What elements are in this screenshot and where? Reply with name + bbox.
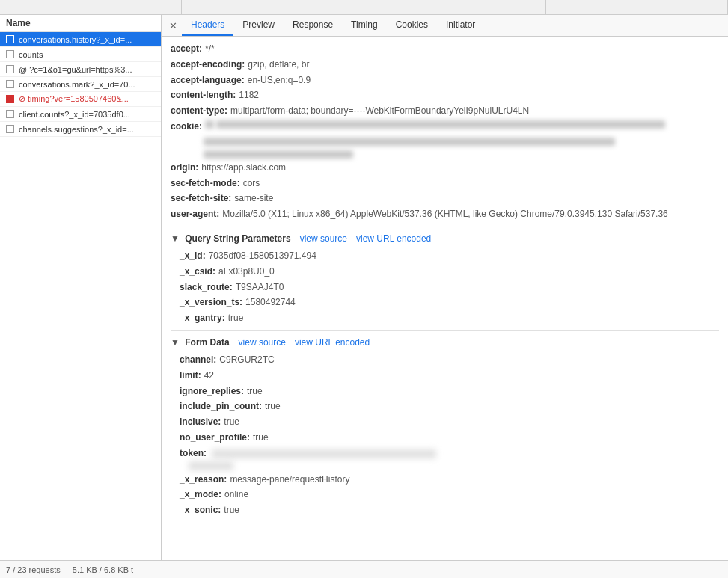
section-divider-2	[171, 330, 719, 331]
item-checkbox-3	[6, 65, 14, 73]
name-column-label: Name	[6, 18, 31, 28]
param-x-id: _x_id: 7035df08-1580513971.494	[171, 250, 719, 262]
form-inclusive-key: inclusive:	[180, 416, 221, 428]
form-no-user-profile-key: no_user_profile:	[180, 431, 250, 444]
item-name-7: channels.suggestions?_x_id=...	[19, 125, 134, 134]
network-item-2[interactable]: counts	[0, 47, 161, 62]
form-view-url-encoded-link[interactable]: view URL encoded	[295, 337, 370, 348]
form-data-title: ▼ Form Data	[171, 337, 230, 348]
cookie-value-blurred	[216, 120, 665, 129]
content-type-value: multipart/form-data; boundary=----WebKit…	[230, 105, 529, 117]
main-area: Name conversations.history?_x_id=... cou…	[0, 15, 728, 560]
item-name-6: client.counts?_x_id=7035df0...	[19, 110, 130, 119]
param-x-csid-key: _x_csid:	[180, 265, 215, 278]
network-item-3[interactable]: @ ?c=1&o1=gu&url=https%3...	[0, 62, 161, 77]
tab-cookies[interactable]: Cookies	[387, 15, 437, 36]
content-type-key: content-type:	[171, 105, 227, 117]
form-limit-value: 42	[204, 369, 214, 382]
close-tab-button[interactable]: ✕	[165, 16, 182, 35]
content-length-value: 1182	[239, 89, 259, 102]
query-params-title: ▼ Query String Parameters	[171, 233, 291, 244]
form-channel: channel: C9RGUR2TC	[171, 354, 719, 366]
tab-preview[interactable]: Preview	[233, 15, 284, 36]
form-include-pin-count-value: true	[265, 400, 281, 413]
tab-timing[interactable]: Timing	[342, 15, 387, 36]
form-limit: limit: 42	[171, 369, 719, 382]
sec-fetch-site-row: sec-fetch-site: same-site	[171, 192, 719, 205]
user-agent-row: user-agent: Mozilla/5.0 (X11; Linux x86_…	[171, 208, 719, 221]
sec-fetch-mode-key: sec-fetch-mode:	[171, 177, 240, 190]
form-token-value-blurred-line2	[189, 461, 233, 470]
form-inclusive: inclusive: true	[171, 416, 719, 428]
item-checkbox-1	[6, 35, 14, 43]
form-x-reason: _x_reason: message-pane/requestHistory	[171, 473, 719, 486]
network-item-1[interactable]: conversations.history?_x_id=...	[0, 32, 161, 47]
status-bar: 7 / 23 requests 5.1 KB / 6.8 KB t	[0, 560, 728, 578]
cookie-row: cookie:	[171, 120, 719, 133]
right-panel: ✕ Headers Preview Response Timing Cookie…	[162, 15, 728, 560]
item-name-5: ⊘ timing?ver=1580507460&...	[19, 94, 129, 104]
sec-fetch-mode-row: sec-fetch-mode: cors	[171, 177, 719, 190]
item-checkbox-7	[6, 125, 14, 133]
form-no-user-profile-value: true	[253, 431, 269, 444]
param-slack-route-key: slack_route:	[180, 281, 233, 294]
user-agent-key: user-agent:	[171, 208, 219, 221]
cookie-row-3	[171, 149, 719, 159]
network-item-7[interactable]: channels.suggestions?_x_id=...	[0, 122, 161, 137]
param-x-gantry-key: _x_gantry:	[180, 312, 225, 325]
form-x-sonic-key: _x_sonic:	[180, 504, 221, 517]
form-view-source-link[interactable]: view source	[239, 337, 286, 348]
form-token-value-blurred	[212, 449, 436, 458]
content-length-key: content-length:	[171, 89, 236, 102]
cookie-value-blurred-3	[204, 150, 353, 159]
tab-headers[interactable]: Headers	[182, 15, 233, 36]
content-type-row: content-type: multipart/form-data; bound…	[171, 105, 719, 117]
form-include-pin-count: include_pin_count: true	[171, 400, 719, 413]
cookie-row-2	[171, 136, 719, 146]
requests-count: 7 / 23 requests	[6, 565, 61, 574]
cookie-value-blurred-2	[204, 138, 615, 146]
form-token: token:	[171, 447, 719, 470]
sec-fetch-mode-value: cors	[243, 177, 260, 190]
form-x-mode-value: online	[224, 488, 248, 501]
tab-response[interactable]: Response	[284, 15, 342, 36]
query-view-source-link[interactable]: view source	[300, 233, 347, 244]
form-include-pin-count-key: include_pin_count:	[180, 400, 262, 413]
top-col-1	[0, 0, 182, 14]
origin-value: https://app.slack.com	[201, 162, 286, 174]
param-x-gantry: _x_gantry: true	[171, 312, 719, 325]
form-x-reason-key: _x_reason:	[180, 473, 227, 486]
form-ignore-replies: ignore_replies: true	[171, 385, 719, 398]
item-checkbox-5	[6, 95, 14, 103]
tab-initiator[interactable]: Initiator	[437, 15, 484, 36]
sec-fetch-site-value: same-site	[234, 192, 273, 205]
form-x-mode: _x_mode: online	[171, 488, 719, 501]
item-name-4: conversations.mark?_x_id=70...	[19, 80, 135, 89]
param-x-gantry-value: true	[228, 312, 244, 325]
accept-value: */*	[205, 43, 215, 55]
headers-outer: accept: */* accept-encoding: gzip, defla…	[162, 37, 728, 560]
network-item-6[interactable]: client.counts?_x_id=7035df0...	[0, 107, 161, 122]
content-length-row: content-length: 1182	[171, 89, 719, 102]
query-params-section-header: ▼ Query String Parameters view source vi…	[171, 233, 719, 244]
network-item-5[interactable]: ⊘ timing?ver=1580507460&...	[0, 92, 161, 107]
param-slack-route-value: T9SAAJ4T0	[236, 281, 284, 294]
item-name-2: counts	[19, 50, 43, 59]
origin-key: origin:	[171, 162, 198, 174]
network-item-4[interactable]: conversations.mark?_x_id=70...	[0, 77, 161, 92]
query-view-url-encoded-link[interactable]: view URL encoded	[356, 233, 431, 244]
param-x-csid: _x_csid: aLx03p8U0_0	[171, 265, 719, 278]
item-checkbox-4	[6, 80, 14, 88]
top-bar	[0, 0, 728, 15]
origin-row: origin: https://app.slack.com	[171, 162, 719, 174]
sec-fetch-site-key: sec-fetch-site:	[171, 192, 231, 205]
accept-key: accept:	[171, 43, 202, 55]
item-name-1: conversations.history?_x_id=...	[19, 35, 132, 44]
form-token-first-line: token:	[180, 447, 436, 460]
tabs-bar: ✕ Headers Preview Response Timing Cookie…	[162, 15, 728, 37]
item-checkbox-6	[6, 110, 14, 118]
form-ignore-replies-value: true	[247, 385, 263, 398]
devtools-window: Name conversations.history?_x_id=... cou…	[0, 0, 728, 578]
cookie-key: cookie:	[171, 120, 202, 133]
accept-row: accept: */*	[171, 43, 719, 55]
